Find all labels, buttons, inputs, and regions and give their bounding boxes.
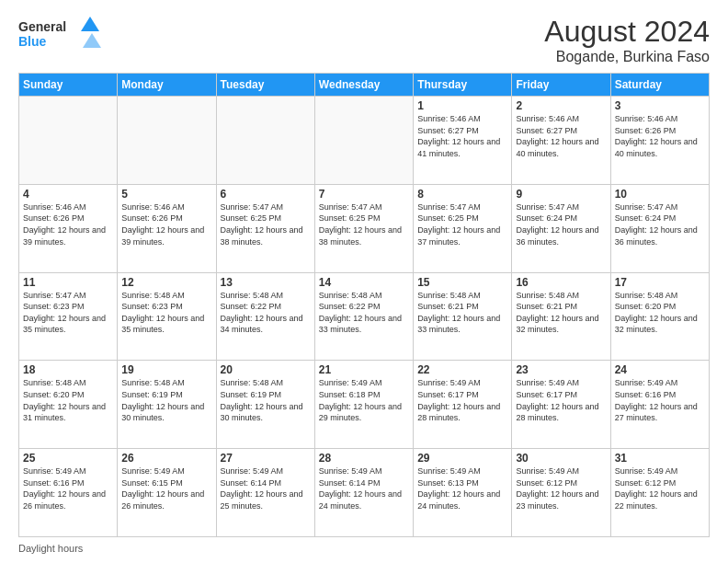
day-number: 13: [221, 276, 311, 289]
day-info: Sunrise: 5:48 AM Sunset: 6:23 PM Dayligh…: [121, 290, 211, 336]
day-info: Sunrise: 5:47 AM Sunset: 6:24 PM Dayligh…: [615, 201, 705, 247]
table-row: 24Sunrise: 5:49 AM Sunset: 6:16 PM Dayli…: [610, 361, 709, 449]
table-row: 18Sunrise: 5:48 AM Sunset: 6:20 PM Dayli…: [19, 361, 118, 449]
col-wednesday: Wednesday: [314, 74, 413, 97]
table-row: 13Sunrise: 5:48 AM Sunset: 6:22 PM Dayli…: [216, 272, 314, 361]
table-row: 31Sunrise: 5:49 AM Sunset: 6:12 PM Dayli…: [610, 449, 709, 537]
day-number: 19: [121, 363, 211, 376]
calendar-header-row: Sunday Monday Tuesday Wednesday Thursday…: [19, 74, 710, 97]
col-thursday: Thursday: [414, 74, 512, 97]
day-number: 14: [319, 276, 409, 289]
day-number: 28: [319, 452, 409, 465]
calendar-title: August 2024: [544, 15, 710, 49]
day-number: 24: [615, 363, 705, 376]
day-number: 10: [615, 188, 705, 201]
day-info: Sunrise: 5:49 AM Sunset: 6:16 PM Dayligh…: [615, 377, 705, 423]
table-row: 10Sunrise: 5:47 AM Sunset: 6:24 PM Dayli…: [610, 184, 709, 272]
day-number: 25: [23, 452, 113, 465]
table-row: 17Sunrise: 5:48 AM Sunset: 6:20 PM Dayli…: [610, 272, 709, 361]
day-number: 29: [417, 452, 507, 465]
calendar-week-row: 4Sunrise: 5:46 AM Sunset: 6:26 PM Daylig…: [19, 184, 710, 272]
col-sunday: Sunday: [19, 74, 118, 97]
day-number: 17: [615, 276, 705, 289]
calendar-subtitle: Bogande, Burkina Faso: [544, 49, 710, 65]
day-number: 15: [417, 276, 507, 289]
day-info: Sunrise: 5:48 AM Sunset: 6:22 PM Dayligh…: [319, 290, 409, 336]
day-number: 31: [615, 452, 705, 465]
table-row: 21Sunrise: 5:49 AM Sunset: 6:18 PM Dayli…: [314, 361, 413, 449]
day-info: Sunrise: 5:49 AM Sunset: 6:15 PM Dayligh…: [121, 465, 211, 511]
day-info: Sunrise: 5:48 AM Sunset: 6:20 PM Dayligh…: [615, 290, 705, 336]
day-info: Sunrise: 5:49 AM Sunset: 6:14 PM Dayligh…: [319, 465, 409, 511]
day-info: Sunrise: 5:46 AM Sunset: 6:26 PM Dayligh…: [121, 201, 211, 247]
day-info: Sunrise: 5:49 AM Sunset: 6:13 PM Dayligh…: [417, 465, 507, 511]
col-saturday: Saturday: [610, 74, 709, 97]
day-info: Sunrise: 5:49 AM Sunset: 6:12 PM Dayligh…: [516, 465, 606, 511]
table-row: [19, 97, 118, 185]
svg-text:General: General: [18, 19, 66, 34]
day-number: 5: [121, 188, 211, 201]
day-info: Sunrise: 5:47 AM Sunset: 6:25 PM Dayligh…: [319, 201, 409, 247]
table-row: 4Sunrise: 5:46 AM Sunset: 6:26 PM Daylig…: [19, 184, 118, 272]
day-number: 4: [23, 188, 113, 201]
table-row: 2Sunrise: 5:46 AM Sunset: 6:27 PM Daylig…: [512, 97, 610, 185]
table-row: 1Sunrise: 5:46 AM Sunset: 6:27 PM Daylig…: [414, 97, 512, 185]
day-number: 16: [516, 276, 606, 289]
col-friday: Friday: [512, 74, 610, 97]
day-number: 30: [516, 452, 606, 465]
day-number: 6: [221, 188, 311, 201]
day-info: Sunrise: 5:49 AM Sunset: 6:16 PM Dayligh…: [23, 465, 113, 511]
day-number: 11: [23, 276, 113, 289]
day-number: 22: [417, 363, 507, 376]
table-row: [118, 97, 216, 185]
day-info: Sunrise: 5:46 AM Sunset: 6:26 PM Dayligh…: [23, 201, 113, 247]
table-row: 30Sunrise: 5:49 AM Sunset: 6:12 PM Dayli…: [512, 449, 610, 537]
header: General Blue August 2024 Bogande, Burkin…: [18, 15, 710, 65]
day-info: Sunrise: 5:48 AM Sunset: 6:19 PM Dayligh…: [221, 377, 311, 423]
day-info: Sunrise: 5:47 AM Sunset: 6:25 PM Dayligh…: [417, 201, 507, 247]
title-block: August 2024 Bogande, Burkina Faso: [544, 15, 710, 65]
day-number: 3: [615, 99, 705, 112]
col-tuesday: Tuesday: [216, 74, 314, 97]
day-number: 12: [121, 276, 211, 289]
day-number: 23: [516, 363, 606, 376]
day-info: Sunrise: 5:48 AM Sunset: 6:22 PM Dayligh…: [221, 290, 311, 336]
day-info: Sunrise: 5:49 AM Sunset: 6:14 PM Dayligh…: [221, 465, 311, 511]
calendar-week-row: 11Sunrise: 5:47 AM Sunset: 6:23 PM Dayli…: [19, 272, 710, 361]
table-row: 7Sunrise: 5:47 AM Sunset: 6:25 PM Daylig…: [314, 184, 413, 272]
table-row: 26Sunrise: 5:49 AM Sunset: 6:15 PM Dayli…: [118, 449, 216, 537]
table-row: 11Sunrise: 5:47 AM Sunset: 6:23 PM Dayli…: [19, 272, 118, 361]
page: General Blue August 2024 Bogande, Burkin…: [0, 0, 728, 563]
day-number: 18: [23, 363, 113, 376]
daylight-hours-label: Daylight hours: [18, 543, 83, 554]
table-row: 23Sunrise: 5:49 AM Sunset: 6:17 PM Dayli…: [512, 361, 610, 449]
table-row: 15Sunrise: 5:48 AM Sunset: 6:21 PM Dayli…: [414, 272, 512, 361]
day-number: 2: [516, 99, 606, 112]
logo-svg: General Blue: [18, 15, 101, 52]
svg-marker-2: [81, 17, 99, 31]
table-row: 8Sunrise: 5:47 AM Sunset: 6:25 PM Daylig…: [414, 184, 512, 272]
col-monday: Monday: [118, 74, 216, 97]
day-info: Sunrise: 5:46 AM Sunset: 6:27 PM Dayligh…: [516, 113, 606, 159]
day-number: 20: [221, 363, 311, 376]
logo: General Blue: [18, 15, 101, 52]
day-number: 9: [516, 188, 606, 201]
calendar-week-row: 25Sunrise: 5:49 AM Sunset: 6:16 PM Dayli…: [19, 449, 710, 537]
table-row: 9Sunrise: 5:47 AM Sunset: 6:24 PM Daylig…: [512, 184, 610, 272]
day-number: 21: [319, 363, 409, 376]
calendar-table: Sunday Monday Tuesday Wednesday Thursday…: [18, 73, 710, 537]
day-info: Sunrise: 5:47 AM Sunset: 6:24 PM Dayligh…: [516, 201, 606, 247]
day-info: Sunrise: 5:47 AM Sunset: 6:23 PM Dayligh…: [23, 290, 113, 336]
table-row: 28Sunrise: 5:49 AM Sunset: 6:14 PM Dayli…: [314, 449, 413, 537]
table-row: 5Sunrise: 5:46 AM Sunset: 6:26 PM Daylig…: [118, 184, 216, 272]
table-row: 6Sunrise: 5:47 AM Sunset: 6:25 PM Daylig…: [216, 184, 314, 272]
day-info: Sunrise: 5:48 AM Sunset: 6:21 PM Dayligh…: [417, 290, 507, 336]
table-row: 16Sunrise: 5:48 AM Sunset: 6:21 PM Dayli…: [512, 272, 610, 361]
table-row: 25Sunrise: 5:49 AM Sunset: 6:16 PM Dayli…: [19, 449, 118, 537]
day-number: 26: [121, 452, 211, 465]
table-row: 20Sunrise: 5:48 AM Sunset: 6:19 PM Dayli…: [216, 361, 314, 449]
calendar-week-row: 18Sunrise: 5:48 AM Sunset: 6:20 PM Dayli…: [19, 361, 710, 449]
table-row: [216, 97, 314, 185]
day-info: Sunrise: 5:49 AM Sunset: 6:12 PM Dayligh…: [615, 465, 705, 511]
table-row: 12Sunrise: 5:48 AM Sunset: 6:23 PM Dayli…: [118, 272, 216, 361]
